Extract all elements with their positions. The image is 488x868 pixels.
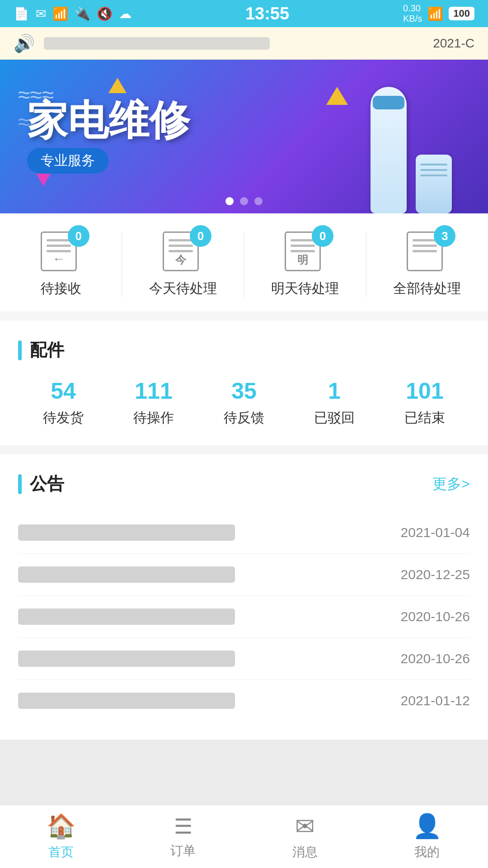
part-label-0: 待发货: [43, 409, 84, 427]
stat-icon-wrap-0: 0 ←: [41, 231, 81, 272]
stat-label-1: 今天待处理: [149, 279, 217, 298]
speed-display: 0.30KB/s: [403, 3, 422, 24]
title-bar-deco-announce: [18, 474, 22, 494]
home-icon: 🏠: [47, 812, 76, 840]
title-bar-deco: [18, 340, 22, 360]
part-label-3: 已驳回: [314, 409, 355, 427]
stat-all-pending[interactable]: 3 全部待处理: [366, 231, 488, 298]
mail-icon: ✉: [36, 6, 46, 21]
ac-line-1: [420, 164, 447, 165]
dot-1: [225, 197, 234, 205]
part-label-1: 待操作: [133, 409, 174, 427]
part-item-0[interactable]: 54 待发货: [18, 378, 108, 427]
file-icon: 📄: [14, 6, 29, 21]
stat-pending-receive[interactable]: 0 ← 待接收: [0, 231, 122, 298]
doc-line: [291, 250, 315, 252]
orders-icon: ☰: [174, 814, 192, 839]
time-display: 13:55: [245, 4, 289, 24]
parts-title-text: 配件: [30, 339, 64, 362]
stat-badge-3: 3: [434, 225, 455, 247]
announce-list: 2021-01-04 2020-12-25 2020-10-26 2020-10…: [18, 512, 470, 722]
banner[interactable]: ≈≈≈ ≈≈≈ 家电维修 专业服务: [0, 60, 488, 213]
notification-text-area: [44, 37, 424, 50]
announce-text-blurred-4: [18, 693, 235, 709]
announcements-section: 公告 更多> 2021-01-04 2020-12-25 2020-10-26 …: [0, 454, 488, 740]
part-number-3: 1: [328, 378, 341, 404]
announce-date-0: 2021-01-04: [401, 525, 470, 540]
stat-icon-wrap-2: 0: [285, 231, 325, 272]
doc-line: [291, 239, 315, 241]
parts-grid: 54 待发货 111 待操作 35 待反馈 1 已驳回 101 已结束: [18, 378, 470, 427]
announce-text-blurred-1: [18, 566, 235, 583]
nav-label-orders: 订单: [170, 842, 196, 859]
doc-line: [291, 245, 315, 247]
ac-unit-lines: [420, 164, 447, 180]
nav-item-home[interactable]: 🏠 首页: [0, 812, 122, 861]
stat-badge-2: 0: [312, 225, 333, 247]
part-number-2: 35: [231, 378, 257, 404]
nav-item-messages[interactable]: ✉ 消息: [244, 813, 366, 861]
signal-icon: 📶: [52, 6, 68, 21]
wifi-icon: 📶: [427, 6, 443, 21]
bottom-nav: 🏠 首页 ☰ 订单 ✉ 消息 👤 我的: [0, 805, 488, 868]
announce-text-blurred-3: [18, 651, 235, 667]
nav-item-mine[interactable]: 👤 我的: [366, 812, 488, 861]
announce-item-4[interactable]: 2021-01-12: [18, 680, 470, 722]
arrow-icon: ←: [52, 252, 65, 266]
stat-icon-wrap-3: 3: [407, 231, 447, 272]
stat-icon-wrap-1: 0: [163, 231, 203, 272]
message-icon: ✉: [295, 813, 315, 840]
ac-unit-small: [416, 155, 452, 213]
cloud-icon: ☁: [119, 6, 131, 21]
part-item-2[interactable]: 35 待反馈: [199, 378, 289, 427]
announce-item-1[interactable]: 2020-12-25: [18, 554, 470, 596]
notification-text-blurred: [44, 37, 270, 50]
banner-title: 家电维修: [27, 100, 190, 141]
dot-3: [254, 197, 263, 205]
status-icons-left: 📄 ✉ 📶 🔌 🔇 ☁: [14, 6, 131, 21]
nav-label-home: 首页: [48, 844, 74, 861]
doc-line: [47, 245, 71, 247]
stat-today-pending[interactable]: 0 今天待处理: [122, 231, 244, 298]
profile-icon: 👤: [413, 812, 442, 840]
stat-badge-0: 0: [68, 225, 89, 247]
ac-line-2: [420, 169, 447, 171]
doc-line: [413, 239, 437, 241]
ac-tower: [371, 87, 407, 213]
part-number-1: 111: [135, 378, 172, 404]
stat-label-0: 待接收: [41, 279, 81, 298]
announce-date-1: 2020-12-25: [401, 567, 470, 582]
doc-line: [47, 239, 71, 241]
notification-bar: 🔊 2021-C: [0, 27, 488, 60]
nav-item-orders[interactable]: ☰ 订单: [122, 814, 244, 859]
part-label-2: 待反馈: [224, 409, 264, 427]
part-number-0: 54: [51, 378, 76, 404]
stats-section: 0 ← 待接收 0: [0, 213, 488, 311]
announcements-title-text: 公告: [30, 472, 64, 495]
announcements-header: 公告 更多>: [18, 472, 470, 495]
speaker-icon: 🔊: [14, 33, 35, 53]
announcements-title: 公告: [18, 472, 64, 495]
part-number-4: 101: [406, 378, 443, 404]
announce-item-2[interactable]: 2020-10-26: [18, 596, 470, 638]
banner-subtitle: 专业服务: [41, 153, 95, 168]
parts-section: 配件 54 待发货 111 待操作 35 待反馈 1 已驳回 101 已结束: [0, 321, 488, 445]
banner-subtitle-box: 专业服务: [27, 148, 108, 174]
stat-doc-lines-2: [291, 239, 315, 255]
volume-icon: 🔇: [97, 6, 113, 21]
usb-icon: 🔌: [75, 6, 90, 21]
stat-tomorrow-pending[interactable]: 0 明天待处理: [244, 231, 366, 298]
part-item-3[interactable]: 1 已驳回: [289, 378, 380, 427]
doc-line: [169, 245, 193, 247]
more-link[interactable]: 更多>: [432, 474, 470, 494]
ac-tower-top: [373, 96, 404, 109]
part-item-1[interactable]: 111 待操作: [108, 378, 199, 427]
announce-item-0[interactable]: 2021-01-04: [18, 512, 470, 554]
banner-content: 家电维修 专业服务: [0, 82, 217, 192]
announce-date-2: 2020-10-26: [401, 609, 470, 624]
doc-line: [413, 245, 437, 247]
announce-item-3[interactable]: 2020-10-26: [18, 638, 470, 680]
part-item-4[interactable]: 101 已结束: [380, 378, 470, 427]
banner-appliance-illustration: [343, 69, 479, 213]
battery-display: 100: [449, 7, 474, 20]
